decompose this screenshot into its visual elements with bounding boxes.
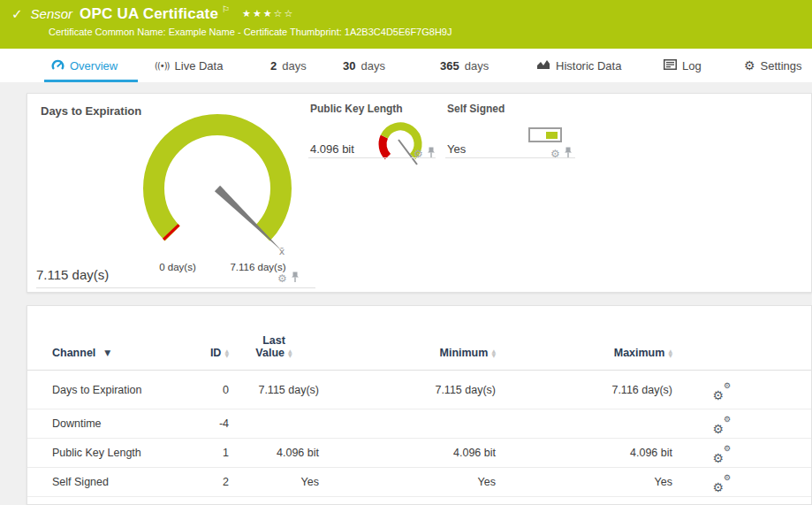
channel-id: 0	[176, 384, 229, 396]
gauge-pin-icon[interactable]	[291, 271, 300, 287]
tab-30-days[interactable]: 30 days	[343, 49, 385, 82]
channel-minimum: 4.096 bit	[319, 447, 496, 459]
block-divider	[308, 157, 436, 158]
column-header-id[interactable]: ID ▲▼	[176, 347, 229, 359]
channels-table-panel: Channel ▼ ID ▲▼ Last Value ▲▼ Minimu	[27, 305, 812, 505]
tab-2-days-number: 2	[270, 59, 277, 73]
tab-30-days-label: days	[360, 59, 384, 73]
channel-id: -4	[176, 417, 229, 430]
tab-live-data-label: Live Data	[175, 59, 224, 73]
channel-id: 1	[176, 447, 229, 459]
tab-log-label: Log	[682, 59, 702, 73]
flag-icon[interactable]: ⚐	[222, 4, 230, 14]
self-signed-value: Yes	[447, 142, 466, 156]
channel-name: Downtime	[27, 417, 176, 430]
tab-overview[interactable]: Overview	[51, 49, 118, 82]
gauge-title-self-signed: Self Signed	[447, 103, 505, 115]
priority-stars[interactable]: ★★★☆☆	[242, 8, 294, 19]
tab-2-days-label: days	[282, 59, 306, 73]
tab-historic-data[interactable]: Historic Data	[536, 49, 621, 82]
channel-maximum: 7.116 day(s)	[496, 384, 672, 396]
sensor-message: Certificate Common Name: Example Name - …	[49, 27, 452, 37]
tab-settings[interactable]: ⚙ Settings	[744, 49, 802, 82]
gauge-red-segment	[383, 137, 388, 157]
column-header-channel[interactable]: Channel ▼	[27, 347, 176, 359]
days-to-expiration-value: 7.115 day(s)	[36, 267, 109, 282]
settings-gear-icon: ⚙	[744, 58, 755, 73]
channel-last-value: 4.096 bit	[229, 447, 319, 459]
table-row: Public Key Length 1 4.096 bit 4.096 bit …	[27, 439, 811, 468]
channel-last-value: 7.115 day(s)	[229, 384, 319, 396]
channels-table-header: Channel ▼ ID ▲▼ Last Value ▲▼ Minimu	[27, 306, 811, 371]
tab-30-days-number: 30	[343, 59, 355, 73]
gauge-gear-icon[interactable]: ⚙	[277, 273, 287, 284]
column-header-channel-label: Channel	[52, 347, 95, 359]
tab-historic-data-label: Historic Data	[556, 59, 621, 73]
column-header-maximum-label: Maximum	[614, 347, 665, 359]
channel-minimum: Yes	[319, 476, 496, 488]
live-data-icon: ((•))	[155, 61, 170, 71]
gauges-panel: Days to Expiration x̄ 0 day(s) 7.116 day…	[27, 93, 812, 293]
channel-maximum: 4.096 bit	[496, 447, 672, 459]
tab-log[interactable]: Log	[664, 49, 702, 82]
status-check-icon: ✓	[11, 6, 23, 22]
tab-365-days-label: days	[465, 59, 489, 73]
column-header-minimum[interactable]: Minimum ▲▼	[319, 347, 496, 359]
channel-id: 2	[176, 476, 229, 488]
sort-toggle-icon: ▲▼	[288, 348, 292, 357]
channel-maximum: Yes	[496, 476, 672, 488]
column-header-minimum-label: Minimum	[440, 347, 489, 359]
tab-365-days-number: 365	[440, 59, 459, 73]
column-header-last-value[interactable]: Last Value ▲▼	[229, 334, 319, 359]
channel-name: Public Key Length	[27, 447, 176, 459]
tab-2-days[interactable]: 2 days	[270, 49, 307, 82]
object-kind-label: Sensor	[31, 6, 73, 21]
table-row: Downtime -4 ⚙⚙	[27, 409, 811, 439]
average-marker: x̄	[276, 246, 288, 257]
channel-name: Self Signed	[27, 476, 176, 488]
gauge-pin-icon[interactable]	[564, 146, 573, 162]
table-row: Days to Expiration 0 7.115 day(s) 7.115 …	[27, 371, 811, 409]
tab-overview-label: Overview	[70, 59, 118, 73]
public-key-length-value: 4.096 bit	[310, 142, 354, 156]
block-divider	[36, 287, 315, 288]
gauge-pin-icon[interactable]	[427, 146, 436, 162]
gauge-icon	[51, 58, 65, 73]
log-icon	[664, 59, 677, 73]
channel-minimum: 7.115 day(s)	[319, 384, 496, 396]
channel-name: Days to Expiration	[27, 384, 176, 396]
sort-desc-icon: ▼	[104, 348, 110, 357]
table-row: Self Signed 2 Yes Yes Yes ⚙⚙	[27, 468, 811, 497]
toggle-knob	[546, 132, 558, 139]
tab-365-days[interactable]: 365 days	[440, 49, 489, 82]
tab-live-data[interactable]: ((•)) Live Data	[155, 49, 223, 82]
gauge-title-public-key-length: Public Key Length	[310, 103, 403, 115]
sensor-status-header: ✓ Sensor OPC UA Certificate ⚐ ★★★☆☆ Cert…	[0, 0, 812, 49]
sensor-title: OPC UA Certificate	[80, 5, 218, 23]
historic-chart-icon	[536, 58, 550, 73]
self-signed-toggle-indicator	[528, 127, 562, 142]
overview-content: Days to Expiration x̄ 0 day(s) 7.116 day…	[0, 82, 812, 505]
column-header-value-label: Value	[255, 347, 285, 359]
sensor-tab-bar: Overview ((•)) Live Data 2 days 30 days …	[0, 49, 812, 82]
block-divider	[445, 157, 575, 158]
sort-toggle-icon: ▲▼	[668, 348, 672, 357]
channel-last-value: Yes	[229, 476, 319, 488]
column-header-last-label: Last	[262, 334, 285, 347]
column-header-maximum[interactable]: Maximum ▲▼	[496, 347, 672, 359]
column-header-id-label: ID	[210, 347, 222, 359]
gauge-min-label: 0 day(s)	[133, 262, 222, 272]
tab-settings-label: Settings	[761, 59, 802, 73]
